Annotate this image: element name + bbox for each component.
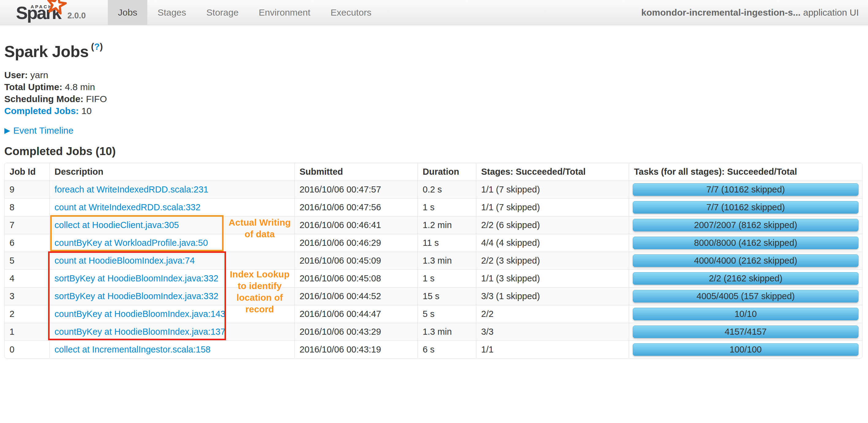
- tab-environment[interactable]: Environment: [249, 0, 320, 25]
- duration-cell: 5 s: [417, 305, 476, 323]
- job-id-cell: 3: [5, 287, 49, 305]
- tasks-progress-bar: 2007/2007 (8162 skipped): [633, 219, 859, 231]
- description-cell: collect at HoodieClient.java:305: [49, 216, 294, 234]
- description-cell: collect at IncrementalIngestor.scala:158: [49, 341, 294, 358]
- help-link[interactable]: ?: [94, 41, 99, 52]
- column-header-2[interactable]: Submitted: [294, 163, 417, 180]
- summary-item-0: User: yarn: [4, 69, 864, 81]
- app-title: komondor-incremental-ingestion-s... appl…: [641, 0, 868, 25]
- tab-storage[interactable]: Storage: [196, 0, 249, 25]
- submitted-cell: 2016/10/06 00:47:56: [294, 198, 417, 216]
- stages-cell: 2/2 (6 skipped): [476, 216, 629, 234]
- app-name: komondor-incremental-ingestion-s...: [641, 7, 801, 18]
- duration-cell: 1.3 min: [417, 252, 476, 270]
- tab-stages[interactable]: Stages: [147, 0, 196, 25]
- table-row: 3sortByKey at HoodieBloomIndex.java:3322…: [5, 287, 862, 305]
- description-cell: count at WriteIndexedRDD.scala:332: [49, 198, 294, 216]
- submitted-cell: 2016/10/06 00:46:41: [294, 216, 417, 234]
- description-cell: count at HoodieBloomIndex.java:74: [49, 252, 294, 270]
- summary-item-2: Scheduling Mode: FIFO: [4, 93, 864, 105]
- tasks-cell: 100/100: [629, 341, 862, 358]
- table-row: 4sortByKey at HoodieBloomIndex.java:3322…: [5, 270, 862, 287]
- completed-jobs-table-frame: Job IdDescriptionSubmittedDurationStages…: [4, 163, 863, 359]
- job-description-link[interactable]: countByKey at WorkloadProfile.java:50: [55, 238, 208, 248]
- table-body: 9foreach at WriteIndexedRDD.scala:231201…: [5, 180, 862, 358]
- job-description-link[interactable]: count at HoodieBloomIndex.java:74: [55, 256, 195, 265]
- column-header-0[interactable]: Job Id: [5, 163, 49, 180]
- tasks-cell: 7/7 (10162 skipped): [629, 198, 862, 216]
- column-header-5[interactable]: Tasks (for all stages): Succeeded/Total: [629, 163, 862, 180]
- submitted-cell: 2016/10/06 00:45:09: [294, 252, 417, 270]
- tasks-cell: 8000/8000 (4162 skipped): [629, 234, 862, 252]
- tasks-cell: 10/10: [629, 305, 862, 323]
- summary-label: Scheduling Mode:: [4, 94, 83, 104]
- job-id-cell: 0: [5, 341, 49, 358]
- tasks-cell: 4157/4157: [629, 323, 862, 341]
- tab-jobs[interactable]: Jobs: [108, 0, 147, 25]
- table-row: 6countByKey at WorkloadProfile.java:5020…: [5, 234, 862, 252]
- summary-value: 4.8 min: [62, 82, 95, 92]
- submitted-cell: 2016/10/06 00:46:29: [294, 234, 417, 252]
- tab-executors[interactable]: Executors: [320, 0, 381, 25]
- summary-value: FIFO: [83, 94, 107, 104]
- column-header-3[interactable]: Duration: [417, 163, 476, 180]
- stages-cell: 2/2: [476, 305, 629, 323]
- job-description-link[interactable]: collect at IncrementalIngestor.scala:158: [55, 344, 210, 354]
- completed-jobs-heading: Completed Jobs (10): [4, 145, 864, 158]
- submitted-cell: 2016/10/06 00:43:29: [294, 323, 417, 341]
- spark-version: 2.0.0: [67, 11, 86, 21]
- summary-value: yarn: [28, 70, 49, 80]
- stages-cell: 1/1 (7 skipped): [476, 198, 629, 216]
- spark-logo: APACHE Spark 2.0.0: [0, 0, 108, 25]
- stages-cell: 1/1 (3 skipped): [476, 270, 629, 287]
- spark-star-icon: [45, 0, 67, 15]
- table-row: 7collect at HoodieClient.java:3052016/10…: [5, 216, 862, 234]
- table-row: 2countByKey at HoodieBloomIndex.java:143…: [5, 305, 862, 323]
- duration-cell: 0.2 s: [417, 180, 476, 198]
- tasks-progress-bar: 4157/4157: [633, 326, 859, 338]
- page-content: Spark Jobs(?) User: yarnTotal Uptime: 4.…: [0, 42, 868, 359]
- submitted-cell: 2016/10/06 00:47:57: [294, 180, 417, 198]
- summary-item-1: Total Uptime: 4.8 min: [4, 81, 864, 93]
- table-row: 5count at HoodieBloomIndex.java:742016/1…: [5, 252, 862, 270]
- tasks-progress-bar: 8000/8000 (4162 skipped): [633, 237, 859, 249]
- stages-cell: 3/3: [476, 323, 629, 341]
- job-description-link[interactable]: count at WriteIndexedRDD.scala:332: [55, 202, 200, 212]
- event-timeline-label: Event Timeline: [13, 125, 73, 136]
- stages-cell: 3/3 (1 skipped): [476, 287, 629, 305]
- duration-cell: 1 s: [417, 198, 476, 216]
- submitted-cell: 2016/10/06 00:44:52: [294, 287, 417, 305]
- page-title: Spark Jobs(?): [4, 42, 864, 61]
- app-title-suffix: application UI: [801, 7, 859, 18]
- table-row: 1countByKey at HoodieBloomIndex.java:137…: [5, 323, 862, 341]
- table-row: 0collect at IncrementalIngestor.scala:15…: [5, 341, 862, 358]
- job-id-cell: 2: [5, 305, 49, 323]
- stages-cell: 2/2 (3 skipped): [476, 252, 629, 270]
- column-header-4[interactable]: Stages: Succeeded/Total: [476, 163, 629, 180]
- column-header-1[interactable]: Description: [49, 163, 294, 180]
- table-row: 9foreach at WriteIndexedRDD.scala:231201…: [5, 180, 862, 198]
- job-description-link[interactable]: collect at HoodieClient.java:305: [55, 220, 179, 230]
- job-description-link[interactable]: countByKey at HoodieBloomIndex.java:137: [55, 327, 225, 337]
- stages-cell: 4/4 (4 skipped): [476, 234, 629, 252]
- job-id-cell: 8: [5, 198, 49, 216]
- job-description-link[interactable]: sortByKey at HoodieBloomIndex.java:332: [55, 291, 218, 301]
- tasks-progress-bar: 10/10: [633, 308, 859, 320]
- job-summary-list: User: yarnTotal Uptime: 4.8 minSchedulin…: [4, 69, 864, 117]
- job-description-link[interactable]: sortByKey at HoodieBloomIndex.java:332: [55, 274, 218, 283]
- job-id-cell: 6: [5, 234, 49, 252]
- description-cell: foreach at WriteIndexedRDD.scala:231: [49, 180, 294, 198]
- submitted-cell: 2016/10/06 00:45:08: [294, 270, 417, 287]
- summary-label-link[interactable]: Completed Jobs:: [4, 106, 79, 116]
- description-cell: countByKey at WorkloadProfile.java:50: [49, 234, 294, 252]
- event-timeline-toggle[interactable]: ▶Event Timeline: [4, 125, 864, 136]
- job-description-link[interactable]: foreach at WriteIndexedRDD.scala:231: [55, 185, 208, 194]
- duration-cell: 6 s: [417, 341, 476, 358]
- table-row: 8count at WriteIndexedRDD.scala:3322016/…: [5, 198, 862, 216]
- tasks-cell: 2/2 (2162 skipped): [629, 270, 862, 287]
- nav-tabs: JobsStagesStorageEnvironmentExecutors: [108, 0, 382, 25]
- tasks-cell: 7/7 (10162 skipped): [629, 180, 862, 198]
- expand-arrow-icon: ▶: [4, 126, 10, 135]
- job-id-cell: 4: [5, 270, 49, 287]
- job-description-link[interactable]: countByKey at HoodieBloomIndex.java:143: [55, 309, 225, 319]
